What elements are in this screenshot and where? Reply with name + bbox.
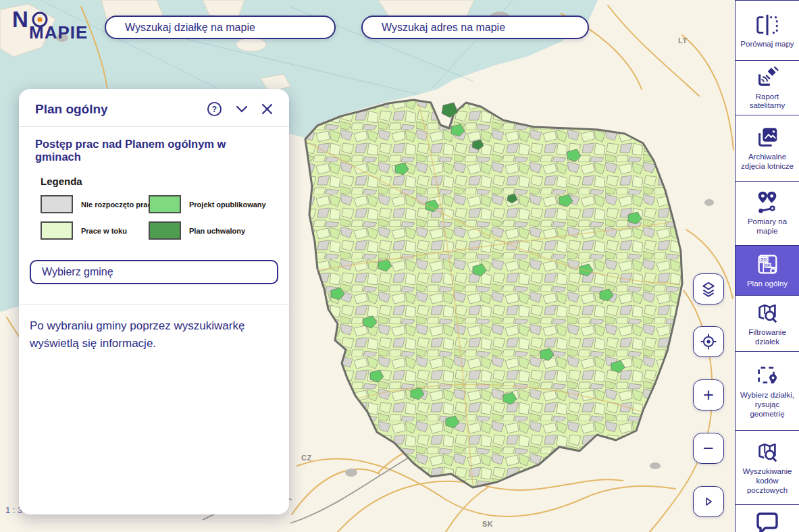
plan-ogolny-panel: Plan ogólny ? [19, 89, 289, 514]
filter-parcels-icon [754, 300, 781, 326]
logo-mapie: MAPIE [29, 24, 100, 41]
legend-swatch-adopted [149, 221, 181, 240]
close-icon[interactable] [261, 103, 273, 115]
svg-text:SK: SK [765, 263, 771, 267]
legend-label: Prace w toku [81, 227, 127, 235]
legend-label: Nie rozpoczęto prac [81, 201, 152, 209]
sidebar-item-filtrowanie-dzialek[interactable]: Filtrowanie działek [736, 296, 799, 352]
zoom-in-button[interactable]: + [693, 379, 724, 410]
postal-code-search-icon [754, 440, 781, 465]
help-icon[interactable]: ? [207, 101, 222, 117]
app-window: LT CZ SK 1 : 3668740 N MAPIE Wyszukaj dz… [0, 0, 799, 532]
sidebar-item-archiwalne-zdjecia[interactable]: Archiwalne zdjęcia lotnicze [736, 115, 799, 182]
map-measure-icon [754, 190, 781, 215]
layers-icon [700, 280, 717, 298]
legend-swatch-published [149, 195, 181, 213]
sidebar-item-feedback[interactable] [736, 505, 799, 532]
panel-title: Plan ogólny [35, 102, 108, 117]
svg-text:?: ? [212, 105, 217, 114]
sidebar-label: Wybierz działki, rysując geometrię [737, 391, 798, 419]
legend-heading: Legenda [41, 176, 273, 187]
legend-swatch-not-started [41, 195, 73, 213]
sidebar-label: Wyszukiwanie kodów pocztowych [737, 467, 798, 495]
general-plan-icon: SO SK [754, 252, 781, 277]
legend-label: Projekt opublikowany [189, 201, 266, 209]
legend-item-in-progress: Prace w toku [41, 221, 149, 240]
sidebar-item-wybierz-dzialki[interactable]: Wybierz działki, rysując geometrię [736, 352, 799, 431]
search-parcel-button[interactable]: Wyszukaj działkę na mapie [105, 16, 336, 39]
draw-geometry-icon [754, 363, 781, 389]
satellite-report-icon [754, 65, 781, 90]
sidebar-item-plan-ogolny[interactable]: SO SK Plan ogólny [736, 246, 799, 296]
archival-aerial-photos-icon [754, 125, 781, 151]
sidebar-item-porownaj-mapy[interactable]: Porównaj mapy [736, 1, 799, 61]
legend-item-adopted: Plan uchwalony [149, 221, 273, 240]
sidebar-item-kody-pocztowe[interactable]: Wyszukiwanie kodów pocztowych [736, 431, 799, 505]
legend-swatch-in-progress [41, 221, 73, 240]
sidebar-item-pomiary-na-mapie[interactable]: Pomiary na mapie [736, 182, 799, 246]
sidebar-label: Filtrowanie działek [737, 328, 798, 347]
sidebar-label: Pomiary na mapie [737, 217, 798, 236]
play-triangle-icon [702, 496, 715, 508]
sidebar-item-raport-satelitarny[interactable]: Raport satelitarny [736, 61, 799, 115]
logo-letter-n: N [12, 8, 28, 30]
legend-label: Plan uchwalony [189, 227, 245, 235]
namapie-logo[interactable]: N MAPIE [12, 8, 100, 41]
feedback-bubble-icon [752, 510, 782, 532]
search-address-button[interactable]: Wyszukaj adres na mapie [361, 16, 589, 39]
collapse-chevron-icon[interactable] [236, 105, 248, 113]
country-label-sk: SK [482, 520, 493, 528]
locate-icon [700, 333, 717, 350]
country-label-lt: LT [678, 36, 688, 45]
sidebar-label: Raport satelitarny [737, 92, 798, 111]
panel-subtitle: Postęp prac nad Planem ogólnym w gminach [19, 127, 289, 166]
sidebar-label: Archiwalne zdjęcia lotnicze [737, 153, 798, 171]
zoom-out-button[interactable]: − [693, 433, 724, 464]
select-gmina-button[interactable]: Wybierz gminę [30, 260, 278, 284]
locate-button[interactable] [693, 326, 724, 357]
sidebar-label: Porównaj mapy [740, 40, 794, 49]
legend: Legenda Nie rozpoczęto prac Prace w toku… [41, 176, 273, 240]
tools-sidebar: Porównaj mapy Raport satelitarny [735, 0, 799, 532]
sidebar-label: Plan ogólny [747, 280, 788, 289]
svg-text:SO: SO [761, 257, 767, 261]
compare-maps-icon [752, 12, 782, 38]
legend-item-not-started: Nie rozpoczęto prac [41, 195, 149, 213]
layers-button[interactable] [693, 273, 724, 304]
legend-item-published: Projekt opublikowany [149, 195, 273, 213]
country-label-cz: CZ [301, 454, 312, 462]
panel-info-text: Po wybraniu gminy poprzez wyszukiwarkę w… [19, 305, 289, 352]
expand-panel-button[interactable] [693, 486, 724, 517]
